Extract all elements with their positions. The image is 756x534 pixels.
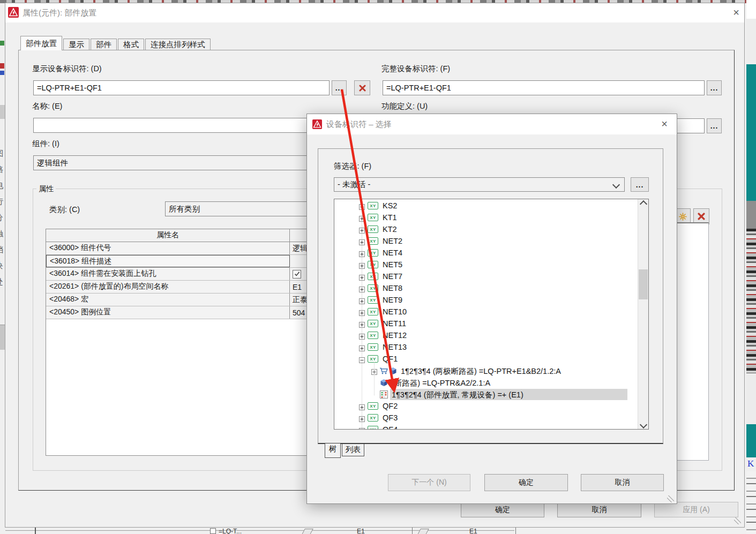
view-tab-list[interactable]: 列表	[342, 444, 364, 456]
full-dt-browse-button[interactable]: ...	[707, 80, 722, 95]
filter-label: 筛选器: (F)	[334, 161, 371, 171]
display-dt-input[interactable]	[33, 80, 330, 95]
selection-dialog-titlebar[interactable]: 设备标识符 – 选择 ×	[307, 114, 677, 134]
xy-icon: XY	[368, 402, 378, 410]
expand-icon[interactable]	[359, 274, 365, 280]
xy-icon: XY	[368, 320, 378, 327]
resize-grip[interactable]	[734, 517, 741, 524]
tree-item-label: NET13	[383, 343, 407, 351]
tree-item[interactable]: XYQF2	[334, 401, 627, 412]
app-logo-icon	[312, 119, 322, 129]
row-checkbox[interactable]	[293, 270, 301, 279]
tree-item-label: NET11	[383, 319, 406, 328]
full-dt-field[interactable]: =LQ-PTR+E1-QF1	[383, 80, 705, 95]
close-icon[interactable]: ×	[730, 7, 742, 19]
tree-item[interactable]: XYNET8	[334, 283, 627, 295]
ok-button[interactable]: 确定	[461, 502, 544, 517]
background-fragment	[746, 373, 756, 424]
function-def-browse-button[interactable]: ...	[707, 118, 722, 133]
expand-icon[interactable]	[359, 415, 365, 421]
expand-icon[interactable]	[359, 427, 365, 430]
tree-item[interactable]: 1¶2¶3¶4 (两极断路器) =LQ-PTR+E1&B2/1.2:A	[334, 365, 627, 377]
expand-icon[interactable]	[359, 344, 365, 350]
box-icon	[389, 367, 397, 377]
tree-item[interactable]: XYNET5	[334, 259, 627, 271]
close-icon[interactable]: ×	[658, 118, 670, 130]
expand-icon[interactable]	[359, 215, 365, 221]
tree-item[interactable]: XYNET11	[334, 318, 627, 330]
xy-icon: XY	[368, 426, 378, 430]
tree-item[interactable]: 1¶3¶2¶4 (部件放置, 常规设备) =+ (E1)	[334, 389, 627, 401]
tree-item[interactable]: XYNET4	[334, 247, 627, 259]
expand-icon[interactable]	[359, 403, 365, 409]
tab-显示[interactable]: 显示	[63, 39, 89, 50]
expand-icon[interactable]	[359, 227, 365, 232]
expand-icon[interactable]	[359, 262, 365, 268]
expand-icon[interactable]	[359, 297, 365, 303]
background-clipped-char: 分	[0, 213, 4, 223]
tree-scrollbar[interactable]	[638, 199, 648, 429]
apply-button[interactable]: 应用 (A)	[654, 502, 738, 517]
xy-icon: XY	[368, 284, 378, 292]
expand-icon[interactable]	[359, 309, 365, 315]
property-name-cell[interactable]: <20261> (部件放置的)布局空间名称	[46, 281, 290, 293]
collapse-icon[interactable]	[359, 356, 365, 362]
scrollbar-thumb[interactable]	[639, 269, 648, 299]
display-dt-delete-button[interactable]	[354, 80, 370, 95]
properties-dialog-titlebar[interactable]: 属性(元件): 部件放置 ×	[5, 3, 744, 22]
background-teal-panel	[746, 424, 756, 457]
property-name-cell[interactable]: <36000> 组件代号	[46, 242, 290, 254]
filter-browse-button[interactable]: ...	[631, 177, 649, 192]
app-logo-icon	[8, 7, 19, 18]
filter-combo[interactable]: - 未激活 -	[334, 177, 625, 192]
component-combo[interactable]: 逻辑组件	[33, 155, 330, 170]
expand-icon[interactable]	[359, 250, 365, 256]
tree-item[interactable]: XYKT2	[334, 224, 627, 236]
chevron-down-icon	[612, 181, 620, 189]
tree-item[interactable]: XYQF4	[334, 424, 627, 430]
device-tree[interactable]: XYKS2XYKT1XYKT2XYNET2XYNET4XYNET5XYNET7X…	[334, 199, 649, 430]
expand-icon[interactable]	[359, 333, 365, 339]
tree-item[interactable]: (断路器) =LQ-PTR&A2/2.1:A	[334, 377, 627, 389]
tab-部件放置[interactable]: 部件放置	[20, 36, 62, 50]
xy-icon: XY	[368, 202, 378, 209]
tree-item[interactable]: XYNET2	[334, 236, 627, 247]
property-name-cell[interactable]: <36018> 组件描述	[46, 255, 290, 267]
expand-icon[interactable]	[359, 238, 365, 244]
tree-item[interactable]: XYNET13	[334, 342, 627, 354]
property-name-header[interactable]: 属性名	[46, 229, 290, 242]
tree-item[interactable]: XYNET7	[334, 271, 627, 283]
tree-item[interactable]: XYQF3	[334, 412, 627, 424]
tree-item[interactable]: XYKS2	[334, 200, 627, 212]
cancel-button[interactable]: 取消	[557, 502, 641, 517]
property-name-cell[interactable]: <20468> 宏	[46, 294, 290, 306]
expand-icon[interactable]	[359, 203, 365, 209]
xy-icon: XY	[368, 355, 378, 363]
ok-button[interactable]: 确定	[484, 474, 568, 491]
background-line	[5, 530, 514, 531]
name-input[interactable]	[33, 118, 330, 133]
tree-item[interactable]: XYKT1	[334, 212, 627, 224]
property-name-cell[interactable]: <20450> 图例位置	[46, 306, 290, 319]
scroll-up-button[interactable]	[638, 199, 648, 208]
tree-item[interactable]: XYQF1	[334, 354, 627, 365]
xy-icon: XY	[368, 343, 378, 351]
tab-部件[interactable]: 部件	[91, 39, 117, 50]
background-fragment	[35, 528, 36, 534]
next-button[interactable]: 下一个 (N)	[388, 474, 470, 491]
resize-grip[interactable]	[667, 495, 674, 502]
tab-连接点排列样式[interactable]: 连接点排列样式	[145, 39, 211, 50]
expand-icon[interactable]	[359, 285, 365, 291]
tree-item[interactable]: XYNET12	[334, 330, 627, 342]
tab-格式[interactable]: 格式	[118, 39, 144, 50]
scroll-down-button[interactable]	[638, 420, 648, 429]
tree-item[interactable]: XYNET10	[334, 306, 627, 318]
property-name-cell[interactable]: <36014> 组件需在安装面上钻孔	[46, 268, 290, 280]
expand-icon[interactable]	[359, 321, 365, 327]
background-icon-noise	[746, 229, 756, 373]
display-dt-browse-button[interactable]: ...	[332, 80, 347, 95]
xy-icon: XY	[368, 308, 378, 315]
tree-item[interactable]: XYNET9	[334, 295, 627, 306]
view-tab-tree[interactable]: 树	[325, 443, 341, 458]
cancel-button[interactable]: 取消	[581, 474, 664, 491]
